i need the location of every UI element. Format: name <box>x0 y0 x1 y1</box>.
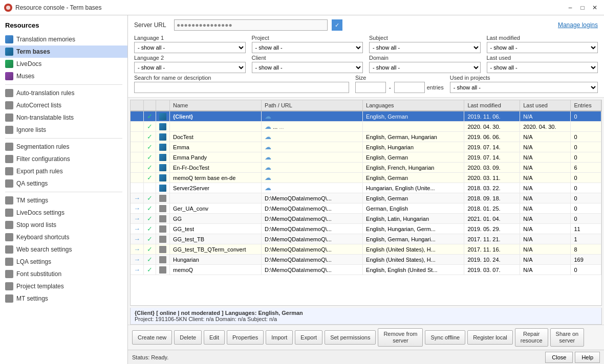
table-row[interactable]: →✓GG_test_TBD:\MemoQData\memoQ\...Englis… <box>131 234 601 244</box>
row-path: ☁ <box>262 173 363 183</box>
tb-row-icon <box>159 123 166 130</box>
sidebar-item-segmentation[interactable]: Segmentation rules <box>0 141 127 153</box>
col-check-header[interactable] <box>144 100 156 111</box>
manage-logins-link[interactable]: Manage logins <box>558 21 598 29</box>
col-icon-header[interactable] <box>156 100 170 111</box>
maximize-button[interactable]: □ <box>577 3 588 13</box>
import-button[interactable]: Import <box>266 330 293 345</box>
export-button[interactable]: Export <box>295 330 322 345</box>
last-modified-select[interactable]: - show all - <box>487 42 598 53</box>
server-url-input[interactable] <box>174 19 328 31</box>
table-row[interactable]: ✓Emma Pandy☁ English, German2019. 07. 14… <box>131 152 601 163</box>
table-row[interactable]: ✓memoQ term base en-de☁ English, German2… <box>131 173 601 183</box>
register-local-button[interactable]: Register local <box>467 330 513 345</box>
subject-select[interactable]: - show all - <box>369 42 481 53</box>
col-path-header[interactable]: Path / URL <box>262 100 363 111</box>
row-name: DocTest <box>170 132 262 142</box>
table-row[interactable]: →✓Ger_UA_convD:\MemoQData\memoQ\...Germa… <box>131 203 601 214</box>
sidebar-item-qa-settings[interactable]: QA settings <box>0 177 127 190</box>
sidebar-item-muses[interactable]: Muses <box>0 70 127 82</box>
project-select[interactable]: - show all - <box>252 42 363 53</box>
qa-icon <box>5 179 13 188</box>
set-permissions-button[interactable]: Set permissions <box>325 330 376 345</box>
col-name-header[interactable]: Name <box>170 100 262 111</box>
col-entries-header[interactable]: Entries <box>571 100 601 111</box>
check-icon: ✓ <box>147 256 153 263</box>
properties-button[interactable]: Properties <box>227 330 264 345</box>
size-from-input[interactable] <box>355 82 386 93</box>
col-last-used-header[interactable]: Last used <box>520 100 571 111</box>
client-select[interactable]: - show all - <box>252 62 363 73</box>
sidebar-item-lqa[interactable]: LQA settings <box>0 256 127 268</box>
sidebar-item-auto-translation[interactable]: Auto-translation rules <box>0 87 127 99</box>
status-bar: Status: Ready. Close Help <box>128 350 604 364</box>
table-row[interactable]: →✓HungarianD:\MemoQData\memoQ\...English… <box>131 255 601 265</box>
sidebar-item-export-path[interactable]: Export path rules <box>0 165 127 177</box>
sidebar-item-non-translatable[interactable]: Non-translatable lists <box>0 111 127 124</box>
size-to-input[interactable] <box>394 82 425 93</box>
row-last-used: N/A <box>520 132 571 142</box>
table-row[interactable]: Server2Server☁ Hungarian, English (Unite… <box>131 183 601 193</box>
sidebar-item-ignore-lists[interactable]: Ignore lists <box>0 124 127 136</box>
local-row-icon <box>159 215 166 222</box>
table-row[interactable]: →✓GG_testD:\MemoQData\memoQ\...English, … <box>131 224 601 234</box>
close-button[interactable]: Close <box>545 352 573 363</box>
table-row[interactable]: ✓En-Fr-DocTest☁ English, French, Hungari… <box>131 163 601 173</box>
sidebar-item-livedocs[interactable]: LiveDocs <box>0 58 127 70</box>
sidebar-item-label: Filter configurations <box>16 155 70 163</box>
check-icon: ✓ <box>147 153 153 161</box>
search-input[interactable] <box>134 82 349 93</box>
sidebar-item-project-templates[interactable]: Project templates <box>0 280 127 292</box>
sync-offline-button[interactable]: Sync offline <box>425 330 465 345</box>
row-type-icon <box>156 163 170 173</box>
table-row[interactable]: →✓GG_test_TB_QTerm_convertD:\MemoQData\m… <box>131 244 601 255</box>
domain-select[interactable]: - show all - <box>369 62 481 73</box>
row-entries: 0 <box>571 214 601 224</box>
row-last-modified: 2017. 11. 21. <box>464 234 520 244</box>
server-check-button[interactable]: ✓ <box>332 19 342 31</box>
close-button[interactable]: ✕ <box>590 3 600 13</box>
sidebar-item-font-sub[interactable]: Font substitution <box>0 268 127 280</box>
table-row[interactable]: →✓GGD:\MemoQData\memoQ\...English, Latin… <box>131 214 601 224</box>
row-last-modified: 2019. 11. 06. <box>464 111 520 122</box>
remove-from-server-button[interactable]: Remove fromserver <box>378 328 423 347</box>
row-status <box>131 122 144 132</box>
table-row[interactable]: →✓memoQD:\MemoQData\memoQ\...English, En… <box>131 265 601 275</box>
table-row[interactable]: →✓D:\MemoQData\memoQ\...English, German2… <box>131 193 601 203</box>
used-in-projects-select[interactable]: - show all - <box>450 82 598 93</box>
table-row[interactable]: ✓{Client}☁ English, German2019. 11. 06.N… <box>131 111 601 122</box>
col-languages-header[interactable]: Languages <box>363 100 464 111</box>
sidebar-item-web-search[interactable]: Web search settings <box>0 243 127 256</box>
check-icon: ✓ <box>147 245 153 253</box>
tb-row-icon <box>159 144 166 151</box>
minimize-button[interactable]: – <box>565 3 575 13</box>
help-button[interactable]: Help <box>575 352 600 363</box>
table-row[interactable]: ✓Emma☁ English, Hungarian2019. 07. 14.N/… <box>131 142 601 152</box>
lang1-select[interactable]: - show all - <box>134 42 246 53</box>
sidebar-item-tm-settings[interactable]: TM settings <box>0 194 127 207</box>
last-used-select[interactable]: - show all - <box>487 62 598 73</box>
used-in-projects-filter: Used in projects - show all - <box>450 75 598 93</box>
lang2-select[interactable]: - show all - <box>134 62 246 73</box>
sidebar-item-keyboard[interactable]: Keyboard shortcuts <box>0 231 127 243</box>
arrow-icon: → <box>134 256 140 263</box>
repair-resource-button[interactable]: Repairresource <box>515 328 548 347</box>
sidebar-item-autocorrect[interactable]: AutoCorrect lists <box>0 99 127 111</box>
table-row[interactable]: ✓DocTest☁ English, German, Hungarian2019… <box>131 132 601 142</box>
sidebar-item-label: Segmentation rules <box>16 143 69 150</box>
sidebar-item-translation-memories[interactable]: Translation memories <box>0 33 127 46</box>
sidebar-item-mt-settings[interactable]: MT settings <box>0 292 127 305</box>
delete-button[interactable]: Delete <box>174 330 202 345</box>
share-on-server-button[interactable]: Share onserver <box>550 328 585 347</box>
sidebar-item-livedocs-settings[interactable]: LiveDocs settings <box>0 207 127 219</box>
col-last-modified-header[interactable]: Last modified <box>464 100 520 111</box>
table-row[interactable]: ✓☁ ... ...2020. 04. 30.2020. 04. 30. <box>131 122 601 132</box>
sidebar-item-stop-word[interactable]: Stop word lists <box>0 219 127 231</box>
col-status-header[interactable] <box>131 100 144 111</box>
sidebar-item-filter-config[interactable]: Filter configurations <box>0 153 127 165</box>
muse-icon <box>5 72 13 80</box>
row-path: ☁ <box>262 152 363 163</box>
create-new-button[interactable]: Create new <box>132 330 172 345</box>
edit-button[interactable]: Edit <box>204 330 225 345</box>
sidebar-item-term-bases[interactable]: Term bases <box>0 46 127 58</box>
